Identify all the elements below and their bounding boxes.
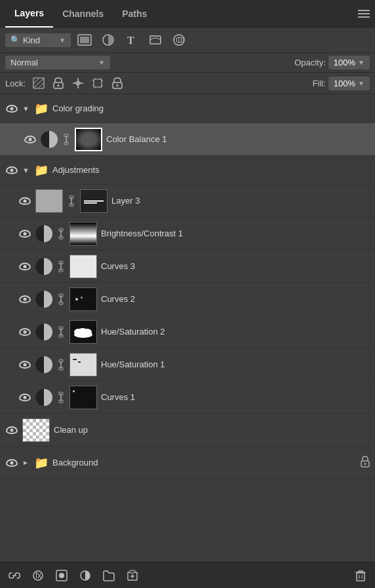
- layer-layer-3[interactable]: Layer 3: [0, 185, 375, 217]
- thumb-color-balance-1: [75, 128, 102, 151]
- filter-adjustment-button[interactable]: [98, 31, 118, 48]
- filter-row: 🔍 Kind ▼ T: [0, 28, 375, 53]
- svg-text:T: T: [127, 35, 134, 46]
- lock-artboard-button[interactable]: [90, 75, 106, 91]
- blend-mode-row: Normal ▼ Opacity: 100% ▼: [0, 53, 375, 73]
- svg-point-43: [365, 463, 366, 465]
- thumb-curves-1: [69, 386, 97, 409]
- eye-curves-2[interactable]: [18, 293, 31, 306]
- bottom-toolbar: fx: [0, 562, 375, 588]
- tabs-bar: Layers Channels Paths: [0, 0, 375, 28]
- tab-channels[interactable]: Channels: [53, 0, 113, 28]
- filter-shape-button[interactable]: [146, 31, 165, 48]
- adj-icon-brightness-contrast-1: [35, 225, 52, 242]
- lock-row: Lock:: [0, 73, 375, 94]
- layer-color-balance-1[interactable]: Color Balance 1: [0, 123, 375, 156]
- group-arrow-adjustments[interactable]: ▼: [22, 166, 30, 174]
- link-icon-brightness-contrast-1: [56, 227, 66, 240]
- folder-icon-background: 📁: [34, 456, 49, 470]
- folder-icon-adjustments: 📁: [34, 163, 49, 177]
- layer-name-hue-saturation-2: Hue/Saturation 2: [101, 327, 370, 337]
- thumb-clean-up: [22, 418, 50, 442]
- fill-value[interactable]: 100% ▼: [328, 77, 370, 90]
- group-name-color-grading: Color grading: [52, 103, 370, 113]
- layer-name-clean-up: Clean up: [54, 425, 370, 435]
- lock-all-button[interactable]: [109, 75, 125, 91]
- adj-icon-curves-3: [35, 258, 52, 275]
- filter-type-button[interactable]: T: [122, 31, 142, 48]
- eye-clean-up[interactable]: [5, 424, 18, 437]
- fill-arrow: ▼: [358, 80, 365, 87]
- opacity-arrow: ▼: [358, 59, 365, 66]
- lock-position-button[interactable]: [70, 75, 86, 91]
- add-style-button[interactable]: fx: [29, 566, 47, 585]
- layer-curves-2[interactable]: Curves 2: [0, 283, 375, 316]
- link-icon-hue-saturation-1: [56, 358, 66, 371]
- fill-group: Fill: 100% ▼: [313, 77, 370, 90]
- kind-dropdown-arrow: ▼: [59, 37, 66, 44]
- filter-pixel-button[interactable]: [75, 31, 94, 48]
- blend-mode-select[interactable]: Normal ▼: [5, 56, 110, 69]
- layer-name-background: Background: [52, 458, 357, 468]
- layer-brightness-contrast-1[interactable]: Brightness/Contrast 1: [0, 217, 375, 250]
- eye-color-grading[interactable]: [5, 102, 18, 115]
- layer-name-curves-2: Curves 2: [101, 294, 370, 304]
- eye-hue-saturation-1[interactable]: [18, 358, 31, 371]
- svg-point-5: [174, 35, 184, 45]
- lock-transparent-button[interactable]: [31, 75, 47, 91]
- group-color-grading[interactable]: ▼ 📁 Color grading: [0, 94, 375, 123]
- blend-mode-arrow: ▼: [98, 59, 105, 66]
- svg-rect-54: [357, 573, 365, 581]
- adj-icon-color-balance-1: [41, 131, 58, 148]
- layer-curves-1[interactable]: Curves 1: [0, 381, 375, 414]
- eye-curves-1[interactable]: [18, 391, 31, 404]
- filter-smart-button[interactable]: [169, 31, 189, 48]
- group-arrow-color-grading[interactable]: ▼: [22, 105, 30, 113]
- adj-icon-curves-2: [35, 291, 52, 308]
- eye-background[interactable]: [5, 456, 18, 469]
- group-arrow-background[interactable]: ►: [22, 459, 30, 466]
- layer-curves-3[interactable]: Curves 3: [0, 250, 375, 283]
- folder-icon-color-grading: 📁: [34, 101, 49, 116]
- opacity-value[interactable]: 100% ▼: [328, 56, 370, 69]
- layer-name-layer-3: Layer 3: [111, 196, 370, 206]
- tab-layers[interactable]: Layers: [5, 0, 53, 28]
- layer-name-curves-3: Curves 3: [101, 261, 370, 271]
- adj-icon-curves-1: [35, 389, 52, 406]
- svg-line-9: [33, 78, 44, 88]
- link-layers-button[interactable]: [5, 566, 24, 585]
- layer-hue-saturation-2[interactable]: Hue/Saturation 2: [0, 316, 375, 348]
- thumb-curves-2: [69, 287, 97, 311]
- layer-hue-saturation-1[interactable]: Hue/Saturation 1: [0, 348, 375, 381]
- svg-point-19: [117, 84, 119, 86]
- kind-filter-select[interactable]: 🔍 Kind ▼: [5, 33, 71, 47]
- layers-list: ▼ 📁 Color grading Color Balance 1 ▼: [0, 94, 375, 562]
- adj-icon-hue-saturation-1: [35, 356, 52, 373]
- panel-menu-button[interactable]: [358, 10, 370, 18]
- link-icon-color-balance-1: [62, 133, 71, 146]
- thumb-mask-layer-3: [80, 189, 108, 213]
- group-adjustments[interactable]: ▼ 📁 Adjustments: [0, 156, 375, 185]
- lock-image-button[interactable]: [50, 75, 66, 91]
- svg-rect-1: [80, 37, 89, 43]
- delete-layer-button[interactable]: [351, 566, 370, 585]
- layer-clean-up[interactable]: Clean up: [0, 414, 375, 447]
- eye-adjustments[interactable]: [5, 164, 18, 177]
- lock-icon-background: [361, 456, 370, 469]
- thumb-hue-saturation-2: [69, 320, 97, 344]
- eye-curves-3[interactable]: [18, 260, 31, 273]
- link-icon-layer-3: [67, 194, 76, 208]
- eye-brightness-contrast-1[interactable]: [18, 227, 31, 240]
- tab-paths[interactable]: Paths: [113, 0, 156, 28]
- eye-layer-3[interactable]: [18, 194, 31, 208]
- add-mask-button[interactable]: [52, 566, 71, 585]
- add-adjustment-button[interactable]: [76, 566, 94, 585]
- eye-hue-saturation-2[interactable]: [18, 325, 31, 339]
- svg-point-13: [58, 84, 60, 86]
- layer-background[interactable]: ► 📁 Background: [0, 447, 375, 479]
- opacity-group: Opacity: 100% ▼: [294, 56, 370, 69]
- create-group-button[interactable]: [100, 566, 118, 585]
- svg-rect-17: [94, 79, 102, 87]
- create-layer-button[interactable]: [123, 566, 142, 585]
- eye-color-balance-1[interactable]: [24, 133, 37, 146]
